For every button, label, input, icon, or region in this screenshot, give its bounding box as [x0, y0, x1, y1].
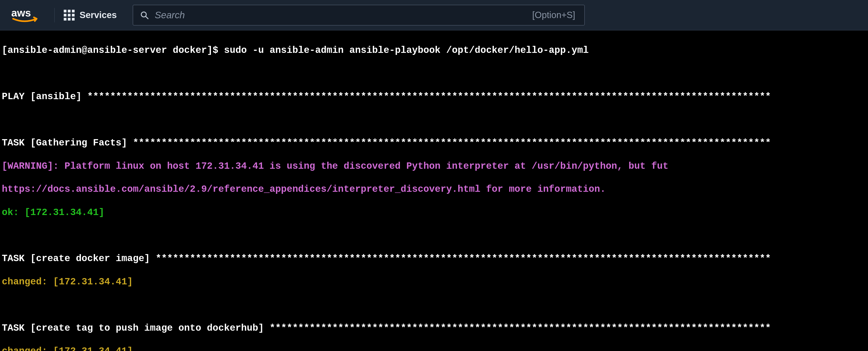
ok-text: ok: [172.31.34.41]	[2, 207, 104, 218]
search-icon	[140, 11, 149, 20]
aws-logo[interactable]: aws	[9, 7, 45, 23]
services-label: Services	[80, 10, 117, 20]
task-create-image-changed: changed: [172.31.34.41]	[2, 276, 866, 288]
changed-text: changed: [172.31.34.41]	[2, 277, 133, 287]
services-menu-button[interactable]: Services	[64, 10, 117, 21]
warning-text: [WARNING]: Platform linux on host 172.31…	[2, 161, 669, 172]
prompt-cwd: docker	[173, 45, 207, 56]
blank-line	[2, 114, 866, 126]
prompt-host: ansible-server	[87, 45, 167, 56]
prompt-open: [	[2, 45, 7, 56]
blank-line	[2, 68, 866, 79]
command-text: sudo -u ansible-admin ansible-playbook /…	[224, 45, 589, 56]
blank-line	[2, 230, 866, 242]
prompt-user: ansible-admin	[7, 45, 82, 56]
play-header: PLAY [ansible] *************************…	[2, 91, 866, 102]
aws-logo-icon: aws	[11, 7, 43, 23]
task-create-image-prefix: TASK [create docker image]	[2, 253, 156, 264]
aws-navbar: aws Services [Option+S]	[0, 0, 868, 31]
task-tag-header: TASK [create tag to push image onto dock…	[2, 323, 866, 334]
prompt-at: @	[82, 45, 87, 56]
prompt-line: [ansible-admin@ansible-server docker]$ s…	[2, 45, 866, 56]
svg-line-2	[146, 17, 148, 19]
prompt-space	[167, 45, 173, 56]
task-gathering-prefix: TASK [Gathering Facts]	[2, 137, 133, 149]
warning-line: [WARNING]: Platform linux on host 172.31…	[2, 161, 866, 172]
prompt-close: ]$	[207, 45, 224, 56]
svg-text:aws: aws	[11, 7, 31, 19]
task-gathering-header: TASK [Gathering Facts] *****************…	[2, 137, 866, 149]
task-gathering-stars: ****************************************…	[133, 137, 771, 149]
nav-divider	[54, 8, 55, 22]
services-grid-icon	[64, 10, 74, 21]
play-prefix: PLAY [ansible]	[2, 91, 87, 102]
task-create-image-stars: ****************************************…	[156, 253, 771, 264]
task-tag-changed: changed: [172.31.34.41]	[2, 346, 866, 351]
task-create-image-header: TASK [create docker image] *************…	[2, 253, 866, 264]
search-shortcut-hint: [Option+S]	[532, 10, 577, 20]
search-input[interactable]	[155, 10, 526, 21]
task-tag-prefix: TASK [create tag to push image onto dock…	[2, 323, 270, 333]
changed-text: changed: [172.31.34.41]	[2, 346, 133, 351]
task-tag-stars: ****************************************…	[270, 323, 771, 333]
terminal[interactable]: [ansible-admin@ansible-server docker]$ s…	[0, 31, 868, 351]
search-box[interactable]: [Option+S]	[133, 5, 585, 26]
ok-line: ok: [172.31.34.41]	[2, 207, 866, 218]
docs-text: https://docs.ansible.com/ansible/2.9/ref…	[2, 184, 606, 195]
blank-line	[2, 299, 866, 311]
play-stars: ****************************************…	[87, 91, 771, 102]
docs-line: https://docs.ansible.com/ansible/2.9/ref…	[2, 184, 866, 195]
